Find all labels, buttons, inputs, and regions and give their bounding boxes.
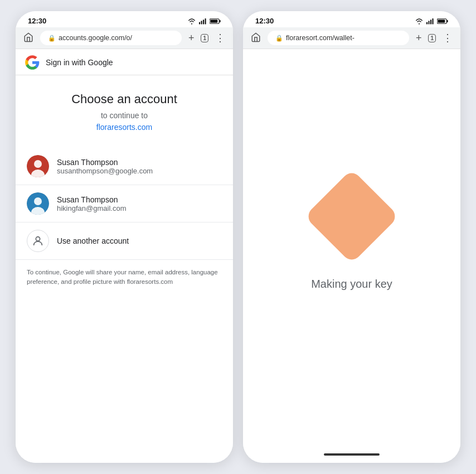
privacy-note: To continue, Google will share your name…	[16, 260, 233, 298]
battery-icon-right	[437, 18, 448, 25]
svg-point-11	[34, 197, 42, 205]
svg-rect-2	[203, 20, 204, 24]
another-account-label: Use another account	[57, 236, 129, 245]
site-link[interactable]: floraresorts.com	[96, 123, 152, 132]
svg-point-8	[34, 160, 42, 168]
more-button-left[interactable]: ⋮	[213, 32, 227, 44]
right-phone: 12:30	[243, 11, 460, 463]
continue-to-text: to continue to	[27, 111, 222, 120]
avatar-1	[27, 155, 49, 177]
svg-rect-16	[430, 20, 431, 24]
status-icons-left	[187, 18, 221, 25]
account-info-1: Susan Thompson susanthompson@google.com	[57, 158, 153, 175]
svg-rect-17	[433, 18, 434, 25]
choose-title: Choose an account	[27, 92, 222, 107]
home-button-left[interactable]	[21, 31, 36, 45]
home-indicator-right	[243, 446, 460, 463]
avatar-2	[27, 192, 49, 215]
browser-chrome-left: 🔒 accounts.google.com/o/ + 1 ⋮	[16, 27, 233, 49]
status-bar-right: 12:30	[243, 11, 460, 27]
google-logo	[25, 55, 40, 70]
status-icons-right	[415, 18, 448, 25]
signin-label: Sign in with Google	[46, 58, 113, 67]
time-left: 12:30	[28, 17, 46, 25]
more-button-right[interactable]: ⋮	[440, 32, 455, 44]
key-page-content: Making your key	[243, 49, 460, 446]
svg-rect-20	[438, 20, 445, 23]
svg-rect-15	[429, 21, 430, 24]
signal-icon-right	[426, 18, 434, 25]
battery-icon	[210, 18, 221, 25]
svg-rect-3	[205, 18, 206, 25]
url-text-right: floraresort.com/wallet-	[286, 34, 354, 42]
account-item-1[interactable]: Susan Thompson susanthompson@google.com	[16, 148, 233, 185]
diamond-shape	[304, 169, 399, 264]
wifi-icon-right	[415, 18, 424, 25]
lock-icon-right: 🔒	[275, 35, 283, 42]
another-account-label-container: Use another account	[57, 236, 129, 245]
svg-rect-19	[447, 20, 448, 22]
account-name-1: Susan Thompson	[57, 158, 153, 167]
home-bar-right	[324, 453, 380, 456]
svg-rect-0	[199, 22, 200, 24]
account-list: Susan Thompson susanthompson@google.com …	[16, 148, 233, 260]
status-bar-left: 12:30	[16, 11, 233, 27]
url-bar-right[interactable]: 🔒 floraresort.com/wallet-	[268, 31, 409, 45]
browser-chrome-right: 🔒 floraresort.com/wallet- + 1 ⋮	[243, 27, 460, 49]
account-email-1: susanthompson@google.com	[57, 167, 153, 175]
svg-point-13	[36, 237, 40, 241]
left-phone: 12:30	[16, 11, 233, 463]
svg-rect-14	[426, 22, 428, 24]
url-bar-left[interactable]: 🔒 accounts.google.com/o/	[40, 31, 182, 45]
new-tab-button-left[interactable]: +	[186, 32, 197, 44]
svg-rect-1	[201, 21, 202, 24]
account-info-2: Susan Thompson hikingfan@gmail.com	[57, 195, 126, 212]
svg-rect-5	[220, 20, 221, 22]
tab-count-left[interactable]: 1	[201, 34, 208, 42]
wifi-icon	[187, 18, 196, 25]
tab-count-right[interactable]: 1	[428, 34, 436, 42]
choose-account-section: Choose an account to continue to florare…	[16, 75, 233, 138]
signin-page-content: Choose an account to continue to florare…	[16, 75, 233, 463]
use-another-account-item[interactable]: Use another account	[16, 223, 233, 260]
another-account-icon	[27, 230, 49, 252]
url-text-left: accounts.google.com/o/	[59, 34, 132, 42]
account-item-2[interactable]: Susan Thompson hikingfan@gmail.com	[16, 185, 233, 223]
account-email-2: hikingfan@gmail.com	[57, 204, 126, 212]
new-tab-button-right[interactable]: +	[414, 32, 424, 44]
making-key-text: Making your key	[311, 278, 392, 291]
home-button-right[interactable]	[249, 31, 263, 45]
google-signin-header: Sign in with Google	[16, 49, 233, 75]
time-right: 12:30	[255, 17, 274, 25]
svg-rect-6	[210, 20, 217, 23]
signal-icon	[199, 18, 207, 25]
lock-icon-left: 🔒	[48, 35, 56, 42]
account-name-2: Susan Thompson	[57, 195, 126, 204]
